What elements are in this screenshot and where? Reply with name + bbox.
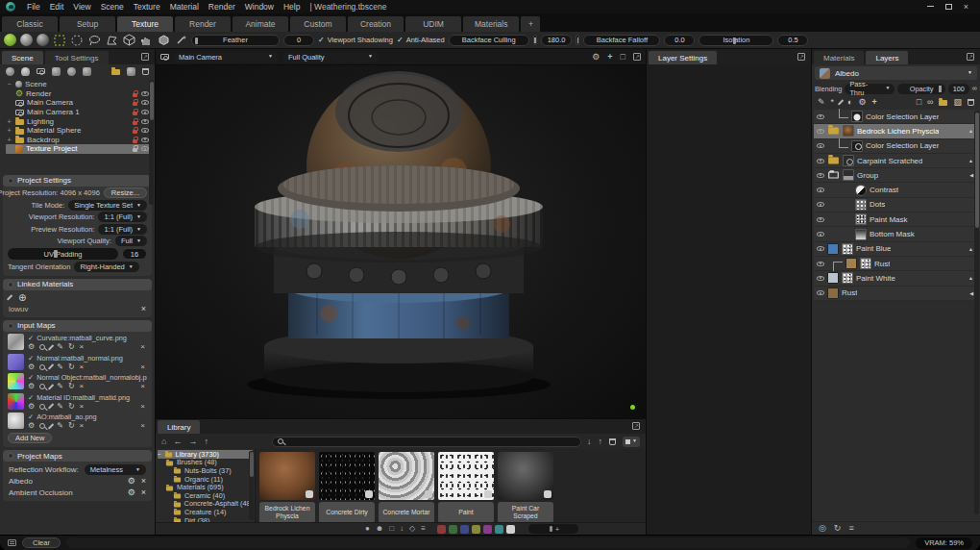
map-remove-icon[interactable] [140,343,147,351]
uv-padding-value[interactable]: 16 [122,248,147,260]
tab-library[interactable]: Library [158,420,200,434]
scene-tree-row-main-camera-1[interactable]: Main Camera 1 [6,108,151,117]
lock-icon[interactable] [133,130,137,134]
map-reload-icon[interactable] [68,403,75,411]
library-folder-dirt[interactable]: Dirt (38) [158,516,253,522]
curvature-thumbnail[interactable] [8,334,24,350]
layer-options-icon[interactable] [848,524,853,533]
map-clear-icon[interactable] [80,383,85,390]
backface-culling-slider[interactable] [533,35,537,45]
reflection-workflow-dropdown[interactable]: Metalness [85,464,146,475]
visibility-icon[interactable] [141,146,149,151]
color-swatch[interactable] [845,258,857,269]
undock-panel-icon[interactable] [967,53,974,61]
add-camera-icon[interactable] [37,68,45,74]
lock-icon[interactable] [133,139,137,143]
delete-object-icon[interactable] [142,68,149,75]
workspace-tab-add[interactable]: + [521,16,540,32]
viewport-maximize-icon[interactable] [621,53,625,62]
ao-thumbnail[interactable] [8,412,24,429]
tangent-orientation-dropdown[interactable]: Right-Handed [74,262,138,272]
viewport-resolution-dropdown[interactable]: 1:1 (Full) [98,212,147,222]
library-folder-root[interactable]: Library (3730) [158,450,253,459]
map-edit-icon[interactable] [57,422,63,430]
scene-tree-row-render[interactable]: Render [6,89,151,99]
visibility-icon[interactable] [141,100,149,105]
layer-row-carpaint-scratched[interactable]: Carpaint Scratched ▲ [814,154,978,168]
linked-materials-header[interactable]: Linked Materials [3,279,152,290]
tab-tool-settings[interactable]: Tool Settings [45,51,109,64]
map-edit-icon[interactable] [57,363,63,371]
tab-scene[interactable]: Scene [2,51,43,64]
console-icon[interactable] [8,539,16,546]
layer-row-paint-blue[interactable]: Paint Blue ▲ [814,242,978,257]
color-swatch[interactable] [827,272,839,284]
library-search-input[interactable] [287,438,576,446]
map-remove-icon[interactable] [141,488,146,497]
tag-swatch-red[interactable] [437,525,446,534]
library-item-bedrock-lichen[interactable]: Bedrock Lichen Physcia [259,452,315,519]
library-delete-icon[interactable] [609,438,616,445]
add-material-link-icon[interactable]: ⊕ [18,293,26,303]
expand-icon[interactable] [6,137,12,143]
layer-visibility-icon[interactable] [817,246,824,251]
map-clear-icon[interactable] [80,422,85,430]
map-preview-icon[interactable] [39,344,45,350]
channel-ball-icon[interactable] [37,34,49,46]
tag-swatch-magenta[interactable] [483,525,492,534]
layer-row-rust-2[interactable]: Rust ◀ [814,287,978,301]
map-clear-icon[interactable] [80,363,85,371]
new-folder-icon[interactable] [111,69,120,75]
filter-shape-icon[interactable] [409,525,415,533]
library-forward-icon[interactable] [188,438,197,446]
thumbnail-size-slider[interactable] [528,524,578,534]
backface-falloff-value[interactable]: 0.0 [664,35,695,46]
mask-thumbnail[interactable] [842,272,853,284]
channel-dropdown[interactable]: Albedo [815,66,977,80]
normal-thumbnail[interactable] [8,354,24,370]
library-item-paint[interactable]: Paint [438,452,494,519]
library-search-box[interactable] [272,437,581,447]
layer-visibility-icon[interactable] [817,290,824,295]
map-reload-icon[interactable] [68,343,75,351]
section-collapse-icon[interactable] [8,323,13,329]
viewport-canvas[interactable] [156,65,646,418]
library-home-icon[interactable] [161,438,166,446]
add-new-map-button[interactable]: Add New [8,433,52,443]
layer-row-color-selection-1[interactable]: Color Selection Layer [814,110,978,124]
map-settings-icon[interactable] [28,383,35,390]
backface-falloff-button[interactable]: Backface Falloff [583,35,660,46]
library-item-paint-car-scraped[interactable]: Paint Car Scraped [498,452,553,519]
tag-swatch-green[interactable] [449,525,457,534]
input-map-curvature[interactable]: Curvature:matball_curve.png [3,332,152,352]
expand-icon[interactable] [6,127,12,134]
map-enabled-icon[interactable] [28,374,34,381]
layers-scrollbar[interactable] [974,111,979,514]
map-pick-icon[interactable] [48,384,54,389]
delete-layer-icon[interactable] [968,99,974,106]
processor-layer-icon[interactable] [859,98,867,107]
lasso-select-icon[interactable] [87,34,101,47]
section-collapse-icon[interactable] [8,282,13,288]
eyedropper-icon[interactable] [838,99,844,105]
project-settings-header[interactable]: Project Settings [3,175,152,187]
layer-thumbnail[interactable] [855,185,867,196]
map-preview-icon[interactable] [39,423,45,429]
workspace-tab-animate[interactable]: Animate [233,16,288,32]
pick-material-icon[interactable] [7,295,12,301]
library-folder-nuts-bolts[interactable]: Nuts-Bolts (37) [158,466,253,475]
menu-edit[interactable]: Edit [45,2,69,12]
add-group-icon[interactable] [939,100,947,106]
collapse-icon[interactable] [6,81,12,88]
scene-scrollbar[interactable] [149,80,154,205]
lock-icon[interactable] [133,148,137,152]
layer-visibility-icon[interactable] [817,188,824,192]
layer-row-paint-white[interactable]: Paint White ▲ [814,271,978,286]
layer-visibility-icon[interactable] [817,173,824,178]
lock-icon[interactable] [133,112,137,115]
library-folder-organic[interactable]: Organic (11) [158,475,253,484]
material-thumbnail[interactable] [319,452,375,500]
undock-panel-icon[interactable] [797,53,805,61]
layer-row-group[interactable]: Group ◀ [814,168,978,183]
tile-mode-dropdown[interactable]: Single Texture Set [68,200,147,211]
